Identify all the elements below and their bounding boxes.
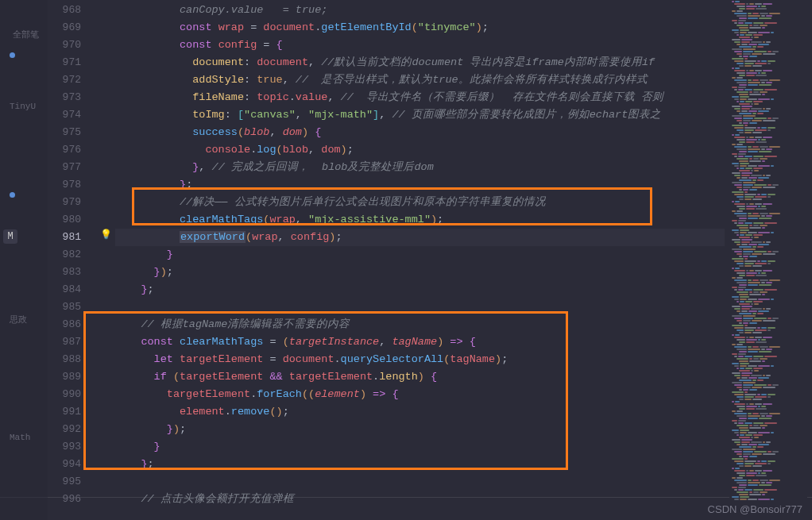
minimap-line [731,284,806,286]
minimap-line [731,141,806,143]
line-number: 994 [48,456,87,473]
minimap-line [731,441,806,443]
minimap-line [731,139,806,141]
minimap-line [731,153,806,155]
code-line[interactable]: }; [115,281,725,299]
code-line[interactable]: if (targetElement && targetElement.lengt… [115,368,725,386]
minimap-line [731,406,806,407]
minimap-line [731,375,806,376]
minimap-line [731,282,806,283]
minimap-line [731,408,806,410]
minimap-line [731,98,806,100]
line-number: 982 [48,246,87,264]
minimap-line [731,460,806,462]
code-line[interactable]: success(blob, dom) { [115,124,725,141]
minimap-line [731,198,806,200]
code-line[interactable]: const wrap = document.getElementById("ti… [115,19,725,37]
minimap-line [731,106,806,107]
minimap-line [731,325,806,326]
code-line[interactable]: }; [115,456,725,473]
minimap-line [731,296,806,298]
minimap-line [731,48,806,50]
minimap-line [731,303,806,305]
minimap-line [731,148,806,150]
minimap-line [731,27,806,29]
code-line[interactable]: } [115,438,725,456]
code-line[interactable]: targetElement.forEach((element) => { [115,386,725,403]
minimap-line [731,310,806,312]
minimap-line [731,272,806,274]
minimap-line [731,182,806,183]
code-line[interactable]: }); [115,421,725,438]
minimap-line [731,415,806,417]
code-line[interactable]: exportWord(wrap, config); [115,229,725,246]
minimap-line [731,156,806,157]
left-sidebar: 全部笔 TinyU M 思政 Math [0,0,48,520]
minimap-line [731,13,806,14]
minimap-line [731,53,806,55]
minimap-line [731,425,806,426]
code-line[interactable]: // 根据tagName清除编辑器不需要的内容 [115,316,725,333]
minimap-line [731,449,806,450]
minimap-line [731,115,806,117]
ghost-item: TinyU [10,102,36,111]
code-line[interactable]: clearMathTags(wrap, "mjx-assistive-mml")… [115,211,725,229]
code-line[interactable] [115,473,725,491]
minimap-line [731,351,806,352]
minimap-line [731,208,806,210]
code-line[interactable]: toImg: ["canvas", "mjx-math"], // 页面哪些部分… [115,106,725,124]
code-line[interactable]: canCopy.value = true; [115,2,725,19]
minimap-line [731,65,806,67]
minimap-line [731,232,806,233]
line-number: 990 [48,386,87,403]
minimap-line [731,472,806,474]
bookmark-marker[interactable]: M [3,229,17,244]
code-line[interactable]: // 点击头像会额打开充值弹框 [115,491,725,508]
minimap-line [731,363,806,364]
line-number: 969 [48,19,87,37]
minimap-line [731,358,806,360]
minimap-line [731,170,806,171]
code-line[interactable]: const clearMathTags = (targetInstance, t… [115,333,725,351]
lightbulb-icon[interactable]: 💡 [100,229,112,241]
minimap-line [731,265,806,267]
minimap-line [731,301,806,302]
code-line[interactable]: let targetElement = document.querySelect… [115,351,725,368]
code-area[interactable]: canCopy.value = true; const wrap = docum… [115,2,725,520]
minimap-line [731,96,806,98]
code-line[interactable]: }; [115,176,725,194]
minimap-line [731,456,806,457]
minimap-line [731,94,806,95]
code-line[interactable]: fileName: topic.value, // 导出文件名（不需要后缀） 存… [115,89,725,106]
minimap-line [731,275,806,276]
minimap-line [731,177,806,179]
minimap-line [731,291,806,293]
minimap-line [731,218,806,219]
minimap-line [731,222,806,224]
minimap-line [731,403,806,405]
code-line[interactable]: }, // 完成之后回调， blob及完整处理后dom [115,159,725,176]
code-line[interactable]: //解决—— 公式转为图片后单行公式会出现图片和原本的字符串重复的情况 [115,194,725,211]
editor-root: 全部笔 TinyU M 思政 Math 96896997097197297397… [0,0,812,520]
code-line[interactable]: console.log(blob, dom); [115,141,725,159]
minimap-line [731,206,806,207]
minimap-line [731,337,806,338]
line-number: 978 [48,176,87,194]
code-line[interactable]: const config = { [115,37,725,54]
line-number: 992 [48,421,87,438]
code-line[interactable]: }); [115,264,725,281]
line-number: 980 [48,211,87,229]
minimap-line [731,244,806,245]
minimap-line [731,365,806,367]
code-line[interactable]: addStyle: true, // 是否导出样式，默认为true。此操作会将所… [115,71,725,89]
minimap-line [731,248,806,250]
minimap-line [731,437,806,438]
minimap[interactable] [729,0,807,520]
code-line[interactable]: document: document, //默认当前文档的document 导出… [115,54,725,71]
minimap-line [731,394,806,395]
code-line[interactable]: } [115,246,725,264]
minimap-line [731,396,806,398]
code-line[interactable]: element.remove(); [115,403,725,421]
minimap-line [731,129,806,131]
code-line[interactable] [115,299,725,316]
